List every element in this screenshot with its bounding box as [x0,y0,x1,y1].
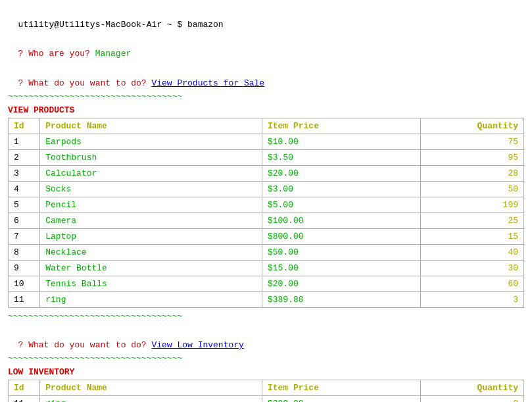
col-quantity: Quantity [421,118,524,134]
cell-id: 8 [9,245,40,261]
who-value: Manager [95,49,132,59]
cell-price: $3.50 [262,150,420,166]
cell-name: Camera [40,213,262,229]
cell-quantity: 50 [421,182,524,197]
col-item-price: Item Price [262,118,420,134]
cell-price: $800.00 [262,229,420,245]
cell-price: $389.88 [262,396,420,402]
low-col-id: Id [9,380,40,396]
table-row: 6Camera$100.0025 [9,213,524,229]
action2-value: View Low Inventory [151,340,243,350]
table-row: 11ring$389.883 [9,292,524,308]
cell-name: Water Bottle [40,261,262,276]
cell-quantity: 30 [421,261,524,276]
products-table-header-row: Id Product Name Item Price Quantity [9,118,524,134]
cell-quantity: 199 [421,197,524,213]
cell-id: 2 [9,150,40,166]
section1-header: VIEW PRODUCTS [8,105,524,115]
cell-price: $389.88 [262,292,420,308]
cell-id: 3 [9,166,40,182]
cell-price: $100.00 [262,213,420,229]
cell-name: Necklace [40,245,262,261]
cell-price: $3.00 [262,182,420,197]
low-col-product-name: Product Name [40,380,262,396]
low-inventory-table: Id Product Name Item Price Quantity 11ri… [8,380,524,402]
cell-quantity: 28 [421,166,524,182]
table-row: 3Calculator$20.0028 [9,166,524,182]
cell-name: Laptop [40,229,262,245]
table-row: 8Necklace$50.0040 [9,245,524,261]
cell-id: 4 [9,182,40,197]
cell-name: Socks [40,182,262,197]
action1-line: ? What do you want to do? View Products … [8,64,524,91]
squiggle1: ~~~~~~~~~~~~~~~~~~~~~~~~~~~~~~~~~~ [8,91,524,103]
cell-quantity: 3 [421,396,524,402]
cell-quantity: 75 [421,134,524,150]
cell-id: 9 [9,261,40,276]
cell-quantity: 60 [421,276,524,292]
cell-quantity: 95 [421,150,524,166]
cell-price: $20.00 [262,166,420,182]
action1-value: View Products for Sale [151,78,264,88]
cell-price: $5.00 [262,197,420,213]
action2-line: ? What do you want to do? View Low Inven… [8,326,524,353]
cell-name: Tennis Balls [40,276,262,292]
cell-id: 10 [9,276,40,292]
table-row: 1Earpods$10.0075 [9,134,524,150]
table-row: 7Laptop$800.0015 [9,229,524,245]
cell-id: 1 [9,134,40,150]
cell-name: ring [40,396,262,402]
table-row: 11ring$389.883 [9,396,524,402]
cell-id: 6 [9,213,40,229]
products-table: Id Product Name Item Price Quantity 1Ear… [8,118,524,308]
cell-name: Calculator [40,166,262,182]
cell-name: ring [40,292,262,308]
cell-quantity: 3 [421,292,524,308]
cell-name: Toothbrush [40,150,262,166]
table-row: 5Pencil$5.00199 [9,197,524,213]
action2-label: ? What do you want to do? [18,340,152,350]
table-row: 2Toothbrush$3.5095 [9,150,524,166]
col-product-name: Product Name [40,118,262,134]
who-label: ? Who are you? [18,49,95,59]
cell-id: 5 [9,197,40,213]
cell-quantity: 25 [421,213,524,229]
squiggle3: ~~~~~~~~~~~~~~~~~~~~~~~~~~~~~~~~~~ [8,353,524,364]
cell-id: 7 [9,229,40,245]
low-inventory-header-row: Id Product Name Item Price Quantity [9,380,524,396]
cell-name: Pencil [40,197,262,213]
low-col-item-price: Item Price [262,380,420,396]
section2-header: LOW INVENTORY [8,367,524,377]
squiggle2: ~~~~~~~~~~~~~~~~~~~~~~~~~~~~~~~~~~ [8,311,524,322]
table-row: 9Water Bottle$15.0030 [9,261,524,276]
cell-id: 11 [9,396,40,402]
header-text: utility@Utilitys-MacBook-Air ~ $ bamazon [18,20,224,30]
cell-price: $50.00 [262,245,420,261]
who-line: ? Who are you? Manager [8,34,524,61]
cell-price: $15.00 [262,261,420,276]
table-row: 4Socks$3.0050 [9,182,524,197]
cell-price: $10.00 [262,134,420,150]
cell-price: $20.00 [262,276,420,292]
action1-label: ? What do you want to do? [18,78,152,88]
cell-name: Earpods [40,134,262,150]
cell-quantity: 15 [421,229,524,245]
table-row: 10Tennis Balls$20.0060 [9,276,524,292]
cell-id: 11 [9,292,40,308]
cell-quantity: 40 [421,245,524,261]
terminal-header: utility@Utilitys-MacBook-Air ~ $ bamazon [8,5,524,31]
low-col-quantity: Quantity [421,380,524,396]
col-id: Id [9,118,40,134]
